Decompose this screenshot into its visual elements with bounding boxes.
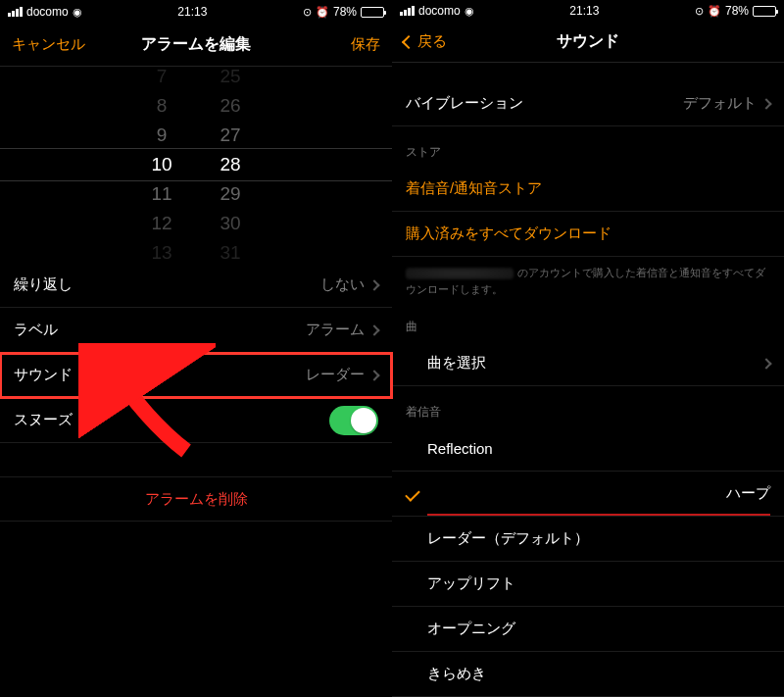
minute-column[interactable]: 25 26 27 28 29 30 31 <box>196 62 265 268</box>
battery-icon <box>361 7 384 18</box>
status-time: 21:13 <box>177 5 207 19</box>
alarm-icon: ⏰ <box>316 6 329 19</box>
sound-label: サウンド <box>14 366 73 384</box>
ringtone-item[interactable]: Reflection <box>392 426 784 472</box>
chevron-right-icon <box>368 279 379 290</box>
chevron-right-icon <box>368 324 379 335</box>
screen-sound: docomo ◉ 21:13 ⊙ ⏰ 78% 戻る サウンド バイブレーション … <box>392 0 784 697</box>
repeat-label: 繰り返し <box>14 275 73 294</box>
redacted-account <box>406 268 514 279</box>
wifi-icon: ◉ <box>465 5 474 18</box>
delete-alarm-button[interactable]: アラームを削除 <box>0 476 392 522</box>
status-bar: docomo ◉ 21:13 ⊙ ⏰ 78% <box>392 0 784 23</box>
nav-title: アラームを編集 <box>90 34 302 55</box>
snooze-label: スヌーズ <box>14 411 73 429</box>
screen-edit-alarm: docomo ◉ 21:13 ⊙ ⏰ 78% キャンセル アラームを編集 保存 … <box>0 0 392 697</box>
cancel-button[interactable]: キャンセル <box>12 35 85 54</box>
chevron-right-icon <box>760 98 771 109</box>
signal-icon <box>8 7 23 17</box>
nav-bar: 戻る サウンド <box>392 23 784 64</box>
status-time: 21:13 <box>569 4 599 18</box>
save-button[interactable]: 保存 <box>351 35 380 54</box>
nav-title: サウンド <box>482 31 694 52</box>
ringtone-item[interactable]: オープニング <box>392 607 784 652</box>
ringtone-item[interactable]: きらめき <box>392 652 784 697</box>
location-icon: ⊙ <box>303 6 312 19</box>
back-button[interactable]: 戻る <box>404 32 447 51</box>
label-label: ラベル <box>14 321 58 339</box>
section-store: ストア <box>392 126 784 167</box>
sound-row[interactable]: サウンド レーダー <box>0 353 392 398</box>
alarm-icon: ⏰ <box>708 5 721 18</box>
battery-pct: 78% <box>725 4 749 18</box>
time-picker[interactable]: 7 8 9 10 11 12 13 25 26 27 28 29 30 31 <box>0 67 392 263</box>
carrier-label: docomo <box>418 4 461 18</box>
pick-song-row[interactable]: 曲を選択 <box>392 341 784 386</box>
ringtone-item[interactable]: レーダー（デフォルト） <box>392 517 784 562</box>
checkmark-icon <box>405 486 420 502</box>
tone-store-link[interactable]: 着信音/通知音ストア <box>392 167 784 212</box>
section-song: 曲 <box>392 301 784 341</box>
chevron-left-icon <box>402 35 416 49</box>
label-row[interactable]: ラベル アラーム <box>0 308 392 353</box>
ringtone-item[interactable]: アップリフト <box>392 562 784 607</box>
vibration-row[interactable]: バイブレーション デフォルト <box>392 81 784 126</box>
status-bar: docomo ◉ 21:13 ⊙ ⏰ 78% <box>0 0 392 24</box>
chevron-right-icon <box>760 358 771 369</box>
location-icon: ⊙ <box>695 5 704 18</box>
repeat-row[interactable]: 繰り返し しない <box>0 263 392 308</box>
section-ringtone: 着信音 <box>392 386 784 426</box>
vibration-label: バイブレーション <box>406 94 523 113</box>
wifi-icon: ◉ <box>73 6 82 19</box>
snooze-toggle[interactable] <box>329 406 378 435</box>
ringtone-item-selected[interactable]: ハープ <box>392 472 784 517</box>
battery-pct: 78% <box>333 5 357 19</box>
store-footer: のアカウントで購入した着信音と通知音をすべてダウンロードします。 <box>392 257 784 301</box>
carrier-label: docomo <box>26 5 69 19</box>
nav-bar: キャンセル アラームを編集 保存 <box>0 24 392 67</box>
hour-column[interactable]: 7 8 9 10 11 12 13 <box>127 62 196 268</box>
battery-icon <box>753 6 776 17</box>
signal-icon <box>400 6 415 16</box>
snooze-row: スヌーズ <box>0 398 392 443</box>
chevron-right-icon <box>368 370 379 380</box>
download-all-link[interactable]: 購入済みをすべてダウンロード <box>392 212 784 257</box>
alarm-options-list: 繰り返し しない ラベル アラーム サウンド レーダー スヌーズ <box>0 263 392 443</box>
